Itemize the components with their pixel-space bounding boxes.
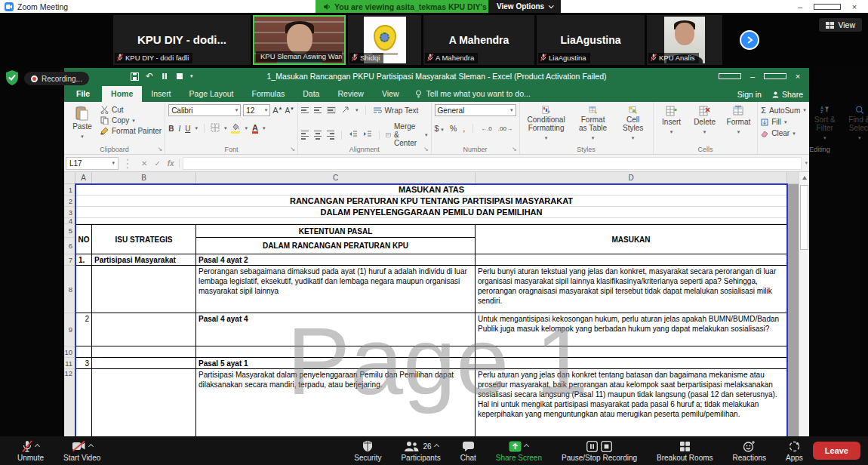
sheet-title-line1[interactable]: MASUKAN ATAS xyxy=(75,184,787,196)
tab-page-layout[interactable]: Page Layout xyxy=(180,86,243,102)
apps-button[interactable]: Apps xyxy=(786,439,803,462)
cell-c11[interactable]: Pasal 5 ayat 1 xyxy=(196,358,476,369)
italic-button[interactable]: I xyxy=(178,125,180,133)
cell-a11[interactable]: 3 xyxy=(75,358,92,369)
participant-tile[interactable]: Shidqi xyxy=(348,15,421,65)
decrease-decimal-icon[interactable]: .00→ xyxy=(498,125,512,132)
cell-d11[interactable] xyxy=(476,358,787,369)
number-format-combobox[interactable]: General▾ xyxy=(435,104,516,116)
align-bottom-icon[interactable] xyxy=(327,106,336,115)
excel-restore-button[interactable] xyxy=(764,72,786,81)
worksheet-grid[interactable]: A B C D 1 2 3 4 5 6 7 8 9 10 11 12 MASUK… xyxy=(64,172,787,445)
font-family-combobox[interactable]: Calibri▾ xyxy=(168,104,241,116)
borders-button[interactable] xyxy=(211,123,220,134)
increase-font-icon[interactable]: A▲ xyxy=(272,106,282,115)
row-header[interactable]: 9 xyxy=(64,313,75,346)
align-top-icon[interactable] xyxy=(301,107,309,114)
share-screen-button[interactable]: Share Screen xyxy=(496,439,542,462)
participant-tile[interactable]: LiaAgustina LiaAgustina xyxy=(537,15,645,65)
reactions-button[interactable]: Reactions xyxy=(733,439,766,462)
cell-d10[interactable] xyxy=(476,346,787,358)
save-icon[interactable] xyxy=(131,72,139,81)
header-no[interactable]: NO xyxy=(75,224,92,254)
cell-a9[interactable]: 2 xyxy=(75,313,92,346)
column-header-a[interactable]: A xyxy=(75,172,92,184)
conditional-formatting-button[interactable]: ≠ Conditional Formatting▾ xyxy=(523,104,570,143)
cell-b8[interactable] xyxy=(92,266,196,313)
find-select-button[interactable]: Find & Select▾ xyxy=(844,104,868,143)
increase-decimal-icon[interactable]: ←.0 xyxy=(481,125,492,132)
participant-tile[interactable]: A Mahendra A Mahendra xyxy=(423,15,534,65)
audio-options-chevron[interactable] xyxy=(35,443,40,448)
participant-tile-active-video[interactable]: KPU Sleman Aswing Ward... xyxy=(253,15,346,65)
name-box[interactable]: L17▾ xyxy=(66,157,119,170)
view-layout-button[interactable]: View xyxy=(819,18,862,32)
fill-color-button[interactable] xyxy=(231,123,240,134)
ribbon-display-options-icon[interactable] xyxy=(719,72,741,81)
tell-me-box[interactable]: Tell me what you want to do... xyxy=(408,86,537,102)
participant-tile[interactable]: KPU Analis xyxy=(647,15,722,65)
clipboard-dialog-launcher[interactable]: ↘ xyxy=(157,146,162,152)
cell-styles-button[interactable]: Cell Styles▾ xyxy=(617,104,650,143)
accounting-format-icon[interactable]: $ ▾ xyxy=(435,124,444,133)
blank-row[interactable] xyxy=(75,218,787,224)
start-video-button[interactable]: Start Video xyxy=(63,439,100,462)
row-header[interactable]: 2 xyxy=(64,196,75,207)
scrollbar-thumb[interactable] xyxy=(800,185,808,250)
header-masukan[interactable]: MASUKAN xyxy=(476,224,787,254)
font-dialog-launcher[interactable]: ↘ xyxy=(290,146,295,152)
tab-view[interactable]: View xyxy=(373,86,408,102)
close-button[interactable]: × xyxy=(841,2,868,11)
cell-b10[interactable] xyxy=(92,346,196,358)
header-ketentuan-pasal2[interactable]: DALAM RANCANGAN PERATURAN KPU xyxy=(196,238,476,254)
clear-button[interactable]: Clear▾ xyxy=(761,129,805,137)
cut-button[interactable]: Cut xyxy=(100,106,162,114)
cell-b7[interactable]: Partisipasi Masyarakat xyxy=(92,254,196,266)
header-isu-strategis[interactable]: ISU STRATEGIS xyxy=(92,224,196,254)
participants-chevron[interactable] xyxy=(434,443,439,448)
alignment-dialog-launcher[interactable]: ↘ xyxy=(423,146,429,152)
fill-button[interactable]: Fill▾ xyxy=(761,118,805,126)
sheet-title-line3[interactable]: DALAM PENYELENGGARAAN PEMILU DAN PEMILIH… xyxy=(75,207,787,218)
sort-filter-button[interactable]: AZ Sort & Filter▾ xyxy=(809,104,841,143)
security-shield-icon[interactable] xyxy=(5,69,20,86)
align-center-icon[interactable] xyxy=(314,131,322,140)
column-header-b[interactable]: B xyxy=(92,172,196,184)
underline-button[interactable]: U xyxy=(185,125,190,133)
column-header-c[interactable]: C xyxy=(196,172,476,184)
sign-in-link[interactable]: Sign in xyxy=(737,90,762,99)
cell-d12[interactable]: Perlu aturan yang jelas dan konkret tent… xyxy=(476,369,787,445)
select-all-corner[interactable] xyxy=(64,172,75,184)
tab-formulas[interactable]: Formulas xyxy=(243,86,294,102)
align-middle-icon[interactable] xyxy=(314,107,322,114)
formula-input[interactable] xyxy=(183,157,802,170)
cell-a10[interactable] xyxy=(75,346,92,358)
decrease-indent-icon[interactable] xyxy=(349,131,358,140)
comma-style-icon[interactable]: , xyxy=(463,124,465,133)
cell-c7[interactable]: Pasal 4 ayat 2 xyxy=(196,254,476,266)
row-header[interactable]: 4 xyxy=(64,218,75,224)
expand-formula-bar-icon[interactable]: ▾ xyxy=(805,160,808,166)
align-left-icon[interactable] xyxy=(301,131,309,140)
participants-button[interactable]: 26 Participants xyxy=(401,439,440,462)
paste-button[interactable]: Paste▾ xyxy=(67,104,97,143)
qat-customize-icon[interactable]: ▾ xyxy=(190,73,193,79)
delete-cells-button[interactable]: Delete▾ xyxy=(690,104,720,143)
next-participants-button[interactable] xyxy=(740,30,759,50)
share-button[interactable]: Share xyxy=(772,90,803,99)
sheet-title-line2[interactable]: RANCANGAN PERATURAN KPU TENTANG PARTISIP… xyxy=(75,196,787,207)
wrap-text-button[interactable]: Wrap Text xyxy=(373,106,419,115)
row-header[interactable]: 6 xyxy=(64,238,75,254)
video-options-chevron[interactable] xyxy=(88,443,94,448)
undo-icon[interactable]: ↶ xyxy=(146,71,153,82)
pause-stop-recording-button[interactable]: Pause/Stop Recording xyxy=(562,439,637,462)
row-header[interactable]: 8 xyxy=(64,266,75,313)
align-right-icon[interactable] xyxy=(327,131,334,140)
insert-cells-button[interactable]: Insert▾ xyxy=(657,104,687,143)
cell-b12[interactable] xyxy=(92,369,196,445)
decrease-font-icon[interactable]: A▼ xyxy=(285,106,294,115)
cancel-icon[interactable]: ✕ xyxy=(141,159,147,168)
tab-data[interactable]: Data xyxy=(294,86,328,102)
unmute-button[interactable]: Unmute xyxy=(17,439,44,462)
font-size-combobox[interactable]: 12▾ xyxy=(243,104,270,116)
